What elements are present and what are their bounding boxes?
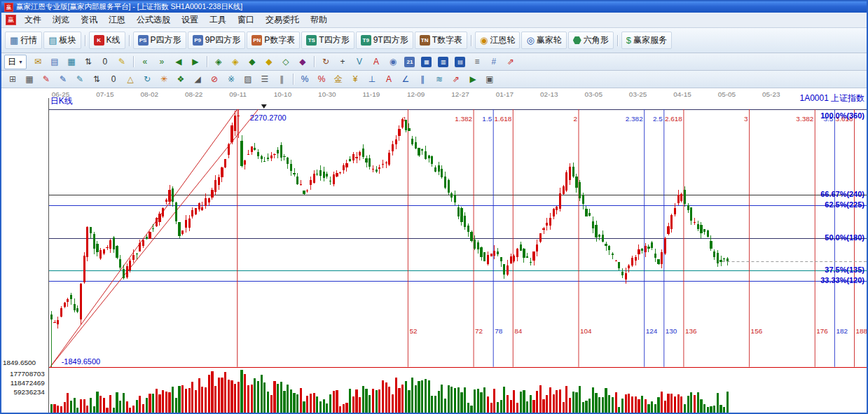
price-label-icon[interactable]: ¥ [347, 71, 364, 87]
price-square-icon[interactable]: ◆ [244, 54, 261, 69]
scale-updown-icon[interactable]: ⇅ [80, 54, 97, 69]
angle-tool-icon[interactable]: ∠ [397, 71, 414, 87]
menu-item-7[interactable]: 窗口 [232, 13, 260, 27]
calendar-21-icon[interactable]: 21 [401, 54, 418, 69]
menu-item-0[interactable]: 文件 [19, 13, 47, 27]
trend-up-icon[interactable]: ⇗ [502, 54, 519, 69]
chart-type-icon[interactable]: ▦ [63, 54, 80, 69]
volume-bar [441, 385, 443, 413]
gann-wheel-button[interactable]: ◉江恩轮 [475, 32, 520, 49]
winner-service-button[interactable]: $赢家服务 [621, 32, 672, 49]
shade-tool-icon[interactable]: ▨ [240, 71, 256, 87]
t-number-table-icon: TN [420, 35, 430, 46]
candle-body [188, 219, 191, 228]
diamond-grid-icon[interactable]: ❖ [172, 71, 189, 87]
grid-tool-icon[interactable]: ⊞ [4, 71, 21, 87]
list-icon[interactable]: ≡ [469, 54, 485, 69]
arrow-ne-icon[interactable]: ⇗ [448, 71, 464, 87]
forbid-tool-icon[interactable]: ⊘ [206, 71, 223, 87]
vlines-tool-icon[interactable]: ∥ [273, 71, 290, 87]
titlebar[interactable]: 赢 赢家江恩专业版[赢家内部服务平台] - [上证指数 SH1A0001-238… [1, 1, 867, 13]
menu-item-4[interactable]: 公式选股 [131, 13, 176, 27]
amplitude-tool-icon[interactable]: A [368, 54, 385, 69]
wedge-tool-icon[interactable]: ◢ [189, 71, 206, 87]
panel-blue-icon[interactable]: ▦ [418, 54, 435, 69]
hexagon-tool-icon[interactable]: ◇ [277, 54, 294, 69]
percent-red-icon[interactable]: % [313, 71, 330, 87]
menu-item-2[interactable]: 资讯 [75, 13, 103, 27]
wheel-tool-icon[interactable]: ◆ [294, 54, 311, 69]
quotes-button[interactable]: ▦行情 [5, 32, 42, 49]
gann-square9-icon[interactable]: ◈ [227, 54, 244, 69]
winner-wheel-button[interactable]: ◎赢家轮 [521, 32, 566, 49]
nine-t-square-button[interactable]: T99T四方形 [356, 32, 413, 49]
volume-bar [631, 396, 633, 413]
time-square-icon[interactable]: ◆ [261, 54, 277, 69]
menu-item-6[interactable]: 工具 [204, 13, 232, 27]
menu-item-9[interactable]: 帮助 [305, 13, 333, 27]
report-blue-icon[interactable]: ▥ [435, 54, 452, 69]
rotate-icon[interactable]: ↻ [317, 54, 334, 69]
pen-blue-icon[interactable]: ✎ [55, 71, 71, 87]
exit-tool-icon[interactable]: ▣ [481, 71, 498, 87]
percent-blue-icon[interactable]: % [296, 71, 313, 87]
mail-icon[interactable]: ✉ [29, 54, 46, 69]
t-square-button[interactable]: TST四方形 [301, 32, 354, 49]
parallel-tool-icon[interactable]: ∥ [414, 71, 431, 87]
cycle-tool-icon[interactable]: ◉ [385, 54, 401, 69]
zoom-reset-icon[interactable]: 0 [97, 54, 113, 69]
wave-tool-icon[interactable]: ≋ [431, 71, 448, 87]
calc-icon[interactable]: # [485, 54, 502, 69]
pen-red-icon[interactable]: ✎ [38, 71, 55, 87]
volume-tool-icon[interactable]: V [351, 54, 368, 69]
hlines-tool-icon[interactable]: ☰ [256, 71, 273, 87]
period-selector[interactable]: 日▼ [4, 55, 27, 69]
play-tool-icon[interactable]: ▶ [464, 71, 481, 87]
book-icon[interactable]: ▤ [452, 54, 469, 69]
star-tool-icon[interactable]: ✳ [156, 71, 172, 87]
volume-bar [273, 381, 275, 413]
last-bar-icon[interactable]: » [153, 54, 170, 69]
web-tool-icon[interactable]: ※ [223, 71, 240, 87]
spiral-tool-icon[interactable]: ↻ [139, 71, 156, 87]
pen-teal-icon[interactable]: ✎ [71, 71, 88, 87]
menu-item-8[interactable]: 交易委托 [260, 13, 305, 27]
chart-area[interactable]: 1521.382721.5781.6188421042.3821242.5130… [1, 88, 867, 413]
volume-bar [228, 380, 230, 413]
updown-tool-icon[interactable]: ⇅ [88, 71, 105, 87]
draw-pen-icon[interactable]: ✎ [113, 54, 130, 69]
letter-a-icon[interactable]: A [380, 71, 397, 87]
volume-bar [684, 404, 686, 413]
gold-ratio-icon[interactable]: 金 [330, 71, 347, 87]
menu-item-1[interactable]: 浏览 [47, 13, 75, 27]
volume-bar [254, 378, 256, 413]
menu-item-5[interactable]: 设置 [176, 13, 204, 27]
next-bar-icon[interactable]: ▶ [187, 54, 204, 69]
crosshair-icon[interactable]: + [334, 54, 351, 69]
kline-chart[interactable]: 1521.382721.5781.6188421042.3821242.5130… [1, 88, 867, 413]
sectors-button[interactable]: ▤板块 [43, 32, 81, 49]
time-ratio-label: 1.5 [482, 115, 492, 123]
bar-count-label: 72 [475, 327, 483, 335]
merge-grid-icon[interactable]: ▦ [21, 71, 38, 87]
candle-body [257, 152, 259, 156]
nine-p-square-button[interactable]: P99P四方形 [188, 32, 246, 49]
p-number-table-button[interactable]: PNP数字表 [247, 32, 300, 49]
menu-item-3[interactable]: 江恩 [103, 13, 131, 27]
report-icon[interactable]: ▤ [46, 54, 63, 69]
p-square-button[interactable]: PSP四方形 [133, 32, 186, 49]
t-number-table-button[interactable]: TNT数字表 [415, 32, 467, 49]
prev-bar-icon[interactable]: ◀ [170, 54, 187, 69]
reset-zero-icon[interactable]: 0 [105, 71, 122, 87]
kline-button[interactable]: KK线 [89, 32, 125, 49]
volume-bar [388, 387, 390, 413]
triangle-tool-icon[interactable]: △ [122, 71, 139, 87]
first-bar-icon[interactable]: « [137, 54, 153, 69]
volume-bar [621, 399, 624, 413]
gann-square-icon[interactable]: ◈ [210, 54, 227, 69]
volume-bar [398, 388, 400, 413]
perpendicular-icon[interactable]: ⊥ [364, 71, 380, 87]
chart-type-icon: ▦ [67, 57, 75, 66]
candle-body [448, 180, 450, 193]
hexagon-button[interactable]: 六角形 [568, 32, 614, 49]
